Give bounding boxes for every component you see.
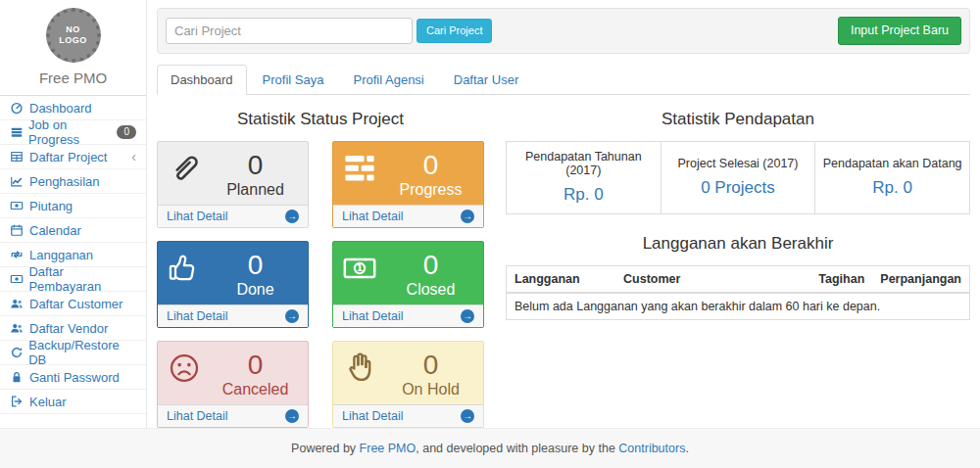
arrow-circle-right-icon: →	[461, 210, 474, 223]
sidebar-item-job-on-progress[interactable]: Job on Progress 0	[0, 120, 146, 145]
status-card-canceled: 0 Canceled Lihat Detail →	[157, 341, 309, 428]
status-card-planned: 0 Planned Lihat Detail →	[157, 141, 309, 228]
lihat-detail-link[interactable]: Lihat Detail →	[158, 304, 308, 327]
money-icon	[10, 272, 28, 286]
sidebar-item-label: Penghasilan	[29, 174, 100, 189]
card-body: 0 Done	[158, 242, 308, 304]
dashboard-content: Statistik Status Project 0 Planned Lihat…	[157, 95, 970, 428]
sidebar-item-daftar-project[interactable]: Daftar Project ‹	[0, 145, 146, 169]
tab-bar: Dashboard Profil Saya Profil Agensi Daft…	[157, 65, 970, 95]
stat-cell: Pendapatan akan Datang Rp. 0	[815, 141, 970, 213]
column-header: Perpanjangan	[872, 265, 969, 293]
card-body: 0 On Hold	[333, 342, 483, 404]
card-body: 0 Canceled	[158, 342, 308, 404]
input-project-baru-button[interactable]: Input Project Baru	[838, 17, 961, 45]
tasks-icon	[342, 151, 377, 189]
card-label: Canceled	[213, 380, 298, 398]
footer-text-part: Powered by	[291, 442, 359, 455]
sidebar-item-calendar[interactable]: Calendar	[0, 218, 146, 243]
sidebar-item-daftar-pembayaran[interactable]: Daftar Pembayaran	[0, 267, 146, 292]
sidebar-item-label: Piutang	[29, 199, 73, 213]
stat-value-link[interactable]: 0 Projects	[701, 178, 775, 198]
sidebar-item-ganti-password[interactable]: Ganti Password	[0, 365, 146, 390]
sidebar-item-keluar[interactable]: Keluar	[0, 390, 146, 414]
status-section-title: Statistik Status Project	[157, 110, 484, 129]
card-label: On Hold	[388, 380, 473, 398]
thumbs-up-icon	[167, 251, 202, 289]
status-card-on-hold: 0 On Hold Lihat Detail →	[332, 341, 484, 428]
card-value: 0	[213, 251, 298, 280]
sidebar-item-penghasilan[interactable]: Penghasilan	[0, 169, 146, 194]
card-body: 0 Planned	[158, 142, 308, 205]
table-header-row: Langganan Customer Tagihan Perpanjangan	[507, 265, 970, 293]
lihat-detail-link[interactable]: Lihat Detail →	[158, 205, 308, 227]
footer-text: Powered by Free PMO, and developed with …	[291, 442, 689, 455]
income-section-title: Statistik Pendapatan	[506, 110, 970, 129]
card-value: 0	[388, 151, 473, 180]
users-icon	[10, 297, 29, 310]
status-card-closed: 1 0 Closed Lihat Detail →	[332, 241, 484, 328]
sidebar-item-label: Daftar Vendor	[29, 321, 108, 336]
sidebar-item-label: Daftar Pembayaran	[28, 264, 136, 294]
subscription-table: Langganan Customer Tagihan Perpanjangan …	[506, 265, 970, 320]
sidebar-item-daftar-customer[interactable]: Daftar Customer	[0, 292, 146, 316]
tab-daftar-user[interactable]: Daftar User	[440, 65, 532, 95]
stat-cell: Project Selesai (2017) 0 Projects	[661, 141, 815, 213]
lihat-detail-link[interactable]: Lihat Detail →	[333, 205, 483, 227]
sidebar-item-label: Dashboard	[29, 101, 92, 116]
sidebar: NO LOGO Free PMO Dashboard Job on Progre…	[0, 0, 147, 428]
card-label: Progress	[388, 180, 473, 199]
stat-value-link[interactable]: Rp. 0	[564, 185, 604, 205]
lihat-detail-link[interactable]: Lihat Detail →	[333, 304, 483, 327]
stat-value-link[interactable]: Rp. 0	[872, 178, 912, 198]
dashboard-icon	[10, 101, 29, 115]
empty-message: Belum ada Langganan yang akan berakhir d…	[507, 293, 970, 320]
status-card-done: 0 Done Lihat Detail →	[157, 241, 309, 328]
sidebar-item-piutang[interactable]: Piutang	[0, 194, 146, 218]
lihat-detail-label: Lihat Detail	[167, 409, 228, 423]
contributors-link[interactable]: Contributors	[618, 442, 685, 455]
footer-text-part: , and developed with pleasure by the	[416, 442, 618, 455]
lihat-detail-label: Lihat Detail	[342, 210, 404, 223]
sidebar-item-label: Daftar Project	[29, 150, 107, 164]
page: NO LOGO Free PMO Dashboard Job on Progre…	[0, 0, 980, 428]
page-footer: Powered by Free PMO, and developed with …	[0, 428, 980, 468]
arrow-circle-right-icon: →	[461, 309, 474, 323]
lihat-detail-link[interactable]: Lihat Detail →	[158, 404, 308, 427]
money-icon	[10, 199, 29, 212]
card-value: 0	[213, 151, 298, 180]
stat-label: Project Selesai (2017)	[665, 157, 811, 170]
card-body: 1 0 Closed	[333, 242, 483, 304]
lihat-detail-link[interactable]: Lihat Detail →	[333, 404, 483, 427]
sidebar-item-label: Langganan	[29, 248, 93, 262]
search-button[interactable]: Cari Project	[416, 19, 492, 43]
users-icon	[10, 321, 29, 335]
sidebar-item-backup-restore-db[interactable]: Backup/Restore DB	[0, 341, 146, 365]
lihat-detail-label: Lihat Detail	[342, 409, 404, 423]
tab-profil-agensi[interactable]: Profil Agensi	[339, 65, 437, 95]
tab-profil-saya[interactable]: Profil Saya	[249, 65, 338, 95]
job-count-badge: 0	[117, 125, 136, 139]
arrow-circle-right-icon: →	[285, 309, 299, 323]
logo-text-top: NO	[66, 24, 80, 35]
card-text: 0 Done	[213, 251, 298, 299]
main-content: Cari Project Input Project Baru Dashboar…	[147, 0, 980, 428]
free-pmo-link[interactable]: Free PMO	[360, 442, 416, 455]
card-text: 0 Planned	[213, 151, 298, 199]
status-cards: 0 Planned Lihat Detail →	[157, 141, 484, 428]
sign-out-icon	[10, 395, 29, 408]
brand-box: NO LOGO Free PMO	[0, 0, 146, 96]
tab-dashboard[interactable]: Dashboard	[157, 65, 247, 95]
arrow-circle-right-icon: →	[285, 409, 299, 423]
card-text: 0 On Hold	[388, 351, 473, 398]
income-stats-table: Pendapatan Tahunan (2017) Rp. 0 Project …	[506, 141, 970, 214]
lock-icon	[10, 370, 29, 384]
search-input[interactable]	[166, 18, 413, 44]
column-header: Langganan	[507, 265, 616, 293]
table-row: Pendapatan Tahunan (2017) Rp. 0 Project …	[507, 141, 970, 213]
sidebar-item-label: Keluar	[29, 395, 67, 409]
footer-text-part: .	[685, 442, 688, 455]
tasks-icon	[10, 125, 28, 139]
no-logo-badge: NO LOGO	[46, 8, 101, 63]
arrow-circle-right-icon: →	[461, 409, 474, 423]
